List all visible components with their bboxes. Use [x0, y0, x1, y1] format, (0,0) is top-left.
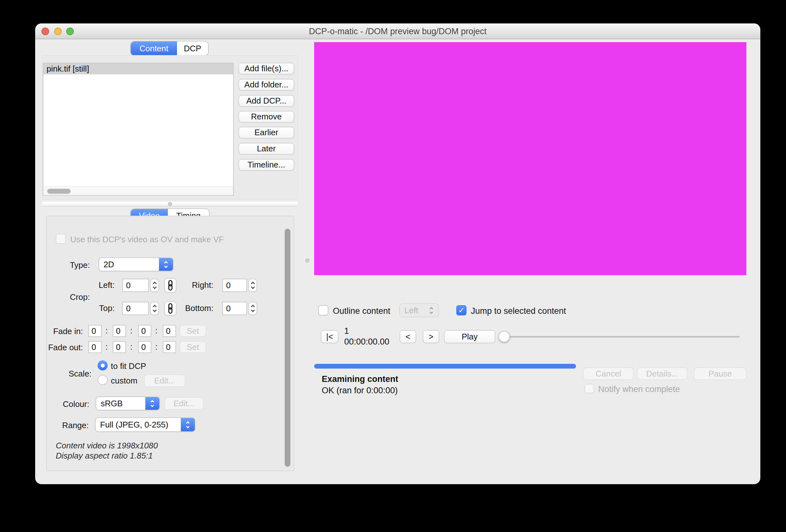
later-button[interactable]: Later: [238, 143, 294, 155]
fade-out-colon: :: [106, 342, 108, 352]
crop-link-vertical-button[interactable]: [164, 301, 177, 316]
jump-to-selected-label: Jump to selected content: [471, 306, 566, 316]
vertical-scrollbar-thumb[interactable]: [285, 229, 291, 467]
fade-in-minutes-input[interactable]: [113, 325, 126, 337]
range-label: Range:: [47, 420, 89, 430]
pane-splitter-grip[interactable]: [305, 258, 309, 262]
range-select[interactable]: Full (JPEG, 0-255): [95, 417, 195, 432]
fade-out-label: Fade out:: [47, 343, 83, 352]
fade-out-hours-input[interactable]: [88, 341, 102, 353]
remove-button[interactable]: Remove: [238, 111, 294, 122]
eye-position-value: Left: [400, 304, 424, 317]
fade-in-set-button[interactable]: Set: [180, 325, 206, 337]
fade-in-colon: :: [155, 326, 157, 336]
cancel-button[interactable]: Cancel: [583, 367, 634, 380]
colour-label: Colour:: [47, 399, 89, 409]
check-icon: ✓: [458, 306, 465, 315]
video-preview: [314, 42, 746, 275]
notebook-tabs-content-dcp: Content DCP: [131, 42, 208, 55]
ov-vf-checkbox[interactable]: [56, 234, 66, 244]
timeline-button[interactable]: Timeline...: [238, 159, 294, 171]
horizontal-splitter[interactable]: [42, 201, 298, 206]
chain-link-icon: [167, 303, 174, 314]
crop-right-input[interactable]: [222, 279, 247, 292]
eye-position-select[interactable]: Left: [399, 303, 439, 317]
crop-link-horizontal-button[interactable]: [164, 278, 177, 293]
scale-edit-button[interactable]: Edit...: [144, 374, 185, 387]
fade-out-set-button[interactable]: Set: [180, 341, 206, 353]
add-files-button[interactable]: Add file(s)...: [238, 63, 294, 74]
add-folder-button[interactable]: Add folder...: [238, 79, 294, 91]
crop-bottom-label: Bottom:: [180, 303, 213, 313]
fade-in-frames-input[interactable]: [163, 325, 176, 337]
display-aspect-ratio-info: Display aspect ratio 1.85:1: [56, 451, 153, 461]
chain-link-icon: [167, 280, 174, 291]
colour-select[interactable]: sRGB: [96, 396, 160, 410]
app-window: DCP-o-matic - /DOM preview bug/DOM proje…: [35, 23, 760, 484]
scale-fit-radio[interactable]: [97, 361, 108, 370]
job-progress-bar: [314, 364, 576, 369]
jump-to-selected-checkbox[interactable]: ✓: [456, 305, 466, 316]
fade-in-seconds-input[interactable]: [138, 325, 152, 337]
outline-content-checkbox[interactable]: [318, 305, 328, 316]
play-button[interactable]: Play: [444, 330, 495, 343]
ov-vf-label: Use this DCP's video as OV and make VF: [70, 235, 224, 245]
earlier-button[interactable]: Earlier: [238, 127, 294, 138]
crop-right-stepper[interactable]: [248, 279, 257, 292]
crop-bottom-field-wrap: [222, 302, 247, 315]
crop-left-input[interactable]: [122, 279, 149, 292]
crop-left-stepper[interactable]: [150, 279, 159, 292]
crop-top-input[interactable]: [122, 302, 149, 315]
splitter-grip[interactable]: [168, 202, 172, 206]
timecode: 00:00:00.00: [344, 337, 390, 347]
crop-right-label: Right:: [186, 280, 213, 290]
colour-edit-button[interactable]: Edit...: [164, 397, 204, 410]
title-bar[interactable]: DCP-o-matic - /DOM preview bug/DOM proje…: [35, 23, 760, 39]
horizontal-scrollbar-thumb[interactable]: [47, 189, 71, 194]
eye-position-stepper-icon: [424, 304, 438, 317]
job-status-detail: OK (ran for 0:00:00): [322, 386, 398, 395]
type-select-value: 2D: [99, 258, 159, 271]
seek-slider-track[interactable]: [504, 336, 740, 338]
outline-content-label: Outline content: [333, 306, 391, 316]
crop-bottom-stepper[interactable]: [248, 302, 257, 315]
crop-top-stepper[interactable]: [150, 302, 159, 315]
fade-out-minutes-input[interactable]: [113, 341, 126, 353]
crop-label: Crop:: [47, 292, 90, 302]
add-dcp-button[interactable]: Add DCP...: [238, 95, 294, 107]
scale-label: Scale:: [47, 369, 92, 379]
fade-in-colon: :: [106, 326, 108, 336]
window-title: DCP-o-matic - /DOM preview bug/DOM proje…: [35, 23, 760, 39]
job-status-title: Examining content: [322, 374, 398, 384]
type-label: Type:: [47, 260, 90, 270]
crop-right-field-wrap: [222, 279, 247, 292]
scale-custom-radio[interactable]: [97, 375, 108, 385]
tab-dcp[interactable]: DCP: [177, 42, 208, 55]
fade-out-frames-input[interactable]: [163, 341, 176, 353]
crop-bottom-input[interactable]: [222, 302, 247, 315]
fade-out-colon: :: [130, 342, 132, 352]
crop-left-label: Left:: [91, 280, 115, 290]
horizontal-scrollbar: [43, 186, 233, 195]
frame-forward-button[interactable]: >: [423, 330, 439, 343]
frame-back-button[interactable]: <: [400, 330, 416, 343]
crop-top-label: Top:: [91, 303, 115, 313]
type-select[interactable]: 2D: [98, 257, 174, 271]
range-select-stepper-icon: [181, 418, 195, 431]
crop-top-field-wrap: [122, 302, 149, 315]
fade-in-hours-input[interactable]: [88, 325, 102, 337]
rewind-to-start-button[interactable]: |<: [321, 330, 339, 343]
pause-button[interactable]: Pause: [694, 367, 746, 380]
range-select-value: Full (JPEG, 0-255): [96, 418, 181, 431]
fade-out-seconds-input[interactable]: [138, 341, 152, 353]
video-settings-panel: Use this DCP's video as OV and make VF T…: [46, 216, 294, 471]
fade-in-colon: :: [130, 326, 132, 336]
details-button[interactable]: Details...: [637, 367, 688, 380]
list-item-pink-tif[interactable]: pink.tif [still]: [43, 63, 233, 74]
tab-content[interactable]: Content: [131, 42, 177, 55]
notify-when-complete-checkbox[interactable]: [584, 384, 594, 393]
notify-when-complete-label: Notify when complete: [598, 385, 680, 394]
fade-in-label: Fade in:: [47, 326, 83, 336]
content-video-size-info: Content video is 1998x1080: [56, 441, 158, 450]
seek-slider-handle[interactable]: [499, 331, 510, 342]
